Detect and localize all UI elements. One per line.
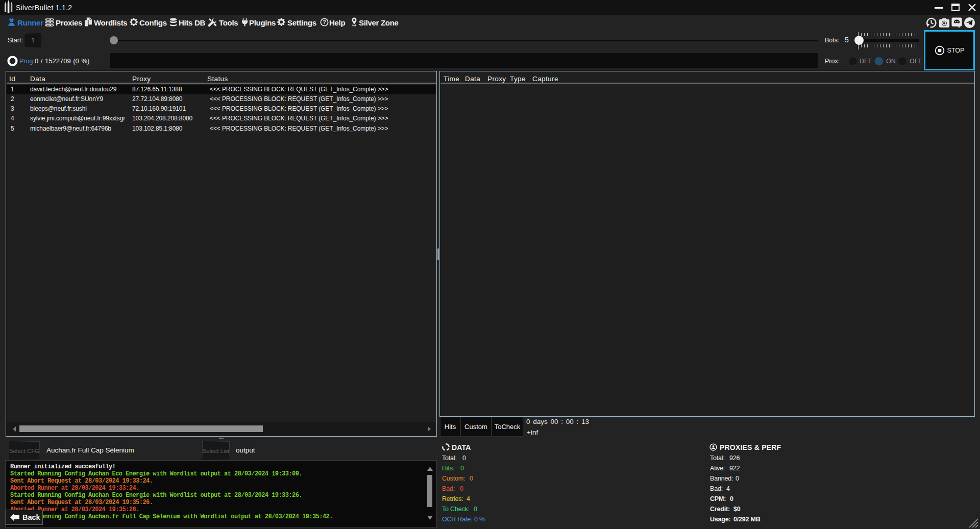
svg-text:?: ? bbox=[323, 19, 326, 25]
